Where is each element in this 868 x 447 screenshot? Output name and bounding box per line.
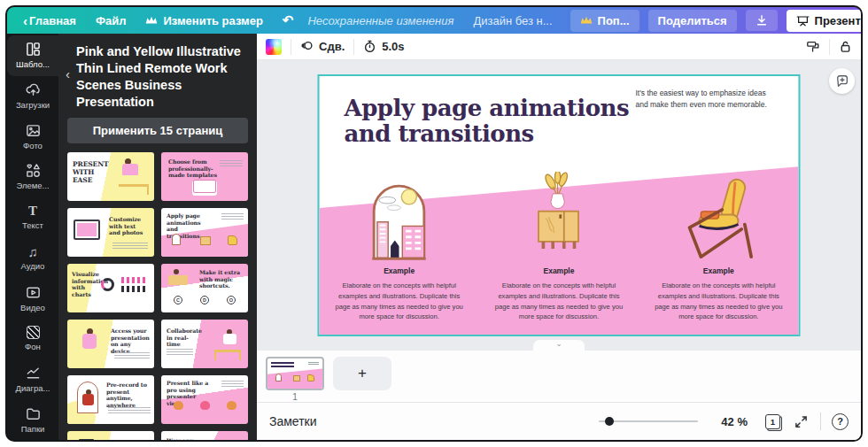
template-thumbnail[interactable]: Wow any audience with your presentation. (161, 431, 248, 440)
present-button[interactable]: Презентация (787, 10, 863, 32)
download-icon (756, 14, 768, 27)
template-set-title: Pink and Yellow Illustrative Thin Lined … (76, 43, 248, 110)
file-menu-button[interactable]: Файл (87, 11, 136, 31)
text-icon: T (28, 204, 37, 218)
audio-icon: ♫ (27, 245, 37, 258)
sidebar-item-background[interactable]: Фон (7, 319, 58, 359)
page-1-thumbnail[interactable] (266, 357, 324, 390)
fullscreen-icon (794, 415, 808, 428)
comment-plus-icon (835, 74, 849, 89)
armchair-illustration[interactable] (679, 158, 757, 262)
example-label[interactable]: Example (544, 266, 575, 275)
background-icon (27, 326, 40, 339)
context-toolbar: Сдв. 5.0s (257, 34, 861, 60)
slide-page[interactable]: Apply page animations and transitions It… (320, 76, 799, 335)
design-name[interactable]: Дизайн без н... (464, 14, 561, 27)
zoom-slider[interactable] (599, 420, 698, 422)
add-page-button[interactable]: + (333, 357, 391, 390)
chevron-down-icon: ⌄ (556, 340, 562, 349)
page-1-cell[interactable]: 1 (266, 357, 324, 402)
animate-button[interactable]: Сдв. (300, 40, 345, 53)
left-sidebar: Шабло... Загрузки Фото Элеме... T Текст … (7, 34, 58, 440)
example-body[interactable]: Elaborate on the concepts with helpful e… (492, 281, 626, 322)
photos-icon (26, 123, 41, 138)
crown-icon (580, 16, 593, 25)
template-thumbnail[interactable]: Engage with your audience using Live Q&A (67, 431, 154, 440)
stopwatch-icon (363, 40, 376, 53)
templates-panel: ‹ Pink and Yellow Illustrative Thin Line… (58, 34, 257, 440)
template-thumbnail[interactable]: Make it extra with magic shortcuts. C D … (161, 264, 248, 312)
apply-all-pages-button[interactable]: Применить 15 страниц (67, 118, 248, 143)
slide-intro-text[interactable]: It's the easiest way to emphasize ideas … (636, 88, 776, 111)
roller-styles-button[interactable] (806, 40, 820, 54)
template-thumbnail[interactable]: Visualize information with charts (67, 264, 154, 312)
unsaved-changes-label: Несохраненные изменения (300, 14, 461, 27)
sidebar-item-text[interactable]: T Текст (7, 197, 58, 238)
page-number: 1 (292, 392, 298, 402)
example-label[interactable]: Example (703, 266, 734, 275)
home-button[interactable]: ‹ Главная (14, 10, 85, 32)
template-thumbnail[interactable]: Present like a pro using presenter view (161, 375, 248, 424)
template-thumbnail[interactable]: PRESENT WITH EASE (67, 152, 154, 201)
sidebar-item-uploads[interactable]: Загрузки (7, 76, 58, 117)
download-button[interactable] (746, 10, 778, 31)
try-pro-button[interactable]: Поп... (570, 10, 639, 32)
template-thumbnail[interactable]: Access your presentation on any device (67, 320, 154, 368)
sidebar-item-folders[interactable]: Папки (7, 399, 58, 440)
resize-button[interactable]: Изменить размер (136, 11, 271, 31)
collapse-strip-button[interactable]: ⌄ (533, 340, 585, 351)
template-thumbnail[interactable]: Apply page animations and transitions (161, 208, 248, 257)
sidebar-item-templates[interactable]: Шабло... (7, 35, 58, 76)
example-body[interactable]: Elaborate on the concepts with helpful e… (332, 281, 467, 322)
animate-icon (300, 40, 314, 53)
undo-icon[interactable]: ↶ (274, 12, 299, 28)
sidebar-item-video[interactable]: Видео (7, 278, 58, 319)
add-comment-button[interactable] (829, 68, 855, 94)
example-label[interactable]: Example (384, 266, 415, 275)
plus-icon: + (358, 365, 367, 382)
cabinet-illustration[interactable] (527, 158, 591, 262)
page-strip: 1 + (257, 351, 861, 402)
paint-roller-icon (806, 40, 820, 54)
lock-open-icon (839, 40, 852, 53)
slide-column: Example Elaborate on the concepts with h… (479, 158, 639, 322)
question-mark-icon: ? (837, 416, 843, 427)
charts-icon (26, 366, 41, 381)
back-chevron-icon: ‹ (23, 13, 27, 28)
top-bar: ‹ Главная Файл Изменить размер ↶ Несохра… (7, 7, 861, 34)
template-thumbnail[interactable]: Collaborate in real-time (161, 320, 248, 368)
sidebar-item-audio[interactable]: ♫ Аудио (7, 238, 58, 279)
sidebar-item-elements[interactable]: Элеме... (7, 157, 58, 197)
zoom-percentage[interactable]: 42 % (721, 415, 748, 428)
slide-column: Example Elaborate on the concepts with h… (639, 158, 798, 322)
share-button[interactable]: Поделиться (648, 10, 737, 32)
sidebar-item-photos[interactable]: Фото (7, 116, 58, 157)
zoom-slider-knob[interactable] (605, 417, 614, 426)
editor-main: Сдв. 5.0s Apply page animations a (257, 34, 861, 440)
status-bar: Заметки 42 % 1 ? (257, 402, 861, 440)
lock-button[interactable] (839, 40, 852, 53)
template-thumbnail[interactable]: Customize with text and photos (67, 208, 154, 257)
notes-button[interactable]: Заметки (269, 414, 317, 428)
fullscreen-button[interactable] (794, 415, 808, 428)
help-button[interactable]: ? (832, 413, 849, 430)
templates-icon (26, 42, 41, 57)
video-icon (26, 285, 41, 300)
background-color-swatch[interactable] (266, 39, 282, 55)
slide-title[interactable]: Apply page animations and transitions (345, 96, 637, 147)
crown-icon (145, 16, 158, 25)
template-grid: PRESENT WITH EASE Choose from profession… (67, 152, 248, 440)
duration-button[interactable]: 5.0s (363, 40, 404, 53)
template-thumbnail[interactable]: Pre-record to present anytime, anywhere (67, 375, 154, 424)
arch-window-illustration[interactable] (369, 158, 430, 262)
app-window: ‹ Главная Файл Изменить размер ↶ Несохра… (5, 5, 863, 442)
grid-view-button[interactable]: 1 (765, 414, 780, 429)
panel-collapse-button[interactable]: ‹ (256, 227, 257, 281)
panel-back-chevron[interactable]: ‹ (66, 66, 70, 110)
design-canvas[interactable]: Apply page animations and transitions It… (257, 60, 861, 351)
slide-column: Example Elaborate on the concepts with h… (320, 158, 479, 322)
sidebar-item-charts[interactable]: Диагра... (7, 359, 58, 400)
example-body[interactable]: Elaborate on the concepts with helpful e… (651, 281, 786, 322)
folders-icon (26, 406, 41, 421)
template-thumbnail[interactable]: Choose from professionally-made template… (161, 152, 248, 201)
